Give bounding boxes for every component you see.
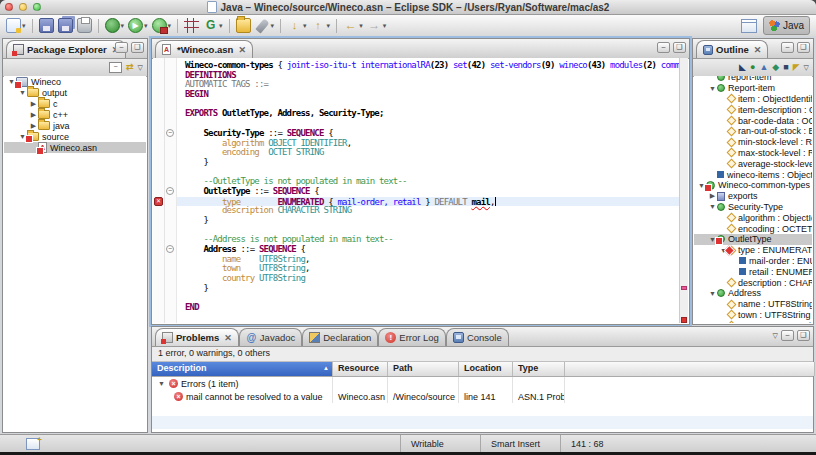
code-line[interactable] (177, 294, 679, 304)
tab-console[interactable]: Console (446, 328, 509, 346)
search-button[interactable]: ▾ (254, 17, 276, 35)
dropdown-arrow-icon[interactable]: ▾ (359, 22, 363, 30)
tree-item-retail-enumerat[interactable]: retail : ENUMERAT (694, 266, 812, 277)
view-menu-icon[interactable]: ▽ (773, 332, 778, 341)
next-annotation-button[interactable]: ▾ (286, 17, 308, 35)
error-marker-icon[interactable]: ✕ (154, 197, 163, 206)
table-row[interactable]: ▼×Errors (1 item) (152, 377, 813, 390)
column-header-type[interactable]: Type (513, 362, 565, 376)
close-icon[interactable]: ✕ (754, 45, 762, 55)
save-all-button[interactable] (57, 17, 74, 35)
code-line[interactable]: Wineco-common-types { joint-iso-itu-t in… (177, 61, 679, 71)
tree-item-name-utf8string[interactable]: name : UTF8String (694, 299, 812, 310)
filters-icon[interactable]: ◤ (793, 61, 800, 74)
tree-item-country-utf8string[interactable]: country : UTF8String (694, 320, 812, 323)
error-overview-badge[interactable] (681, 317, 687, 323)
maximize-view-button[interactable]: ❑ (797, 42, 810, 53)
tree-item-mail-order-enu[interactable]: mail-order : ENU (694, 256, 812, 267)
tree-item-max-stock-level-re[interactable]: max-stock-level : RE (694, 148, 812, 159)
tree-item-description-chara[interactable]: description : CHARA (694, 277, 812, 288)
column-header-path[interactable]: Path (388, 362, 459, 376)
tab-wineco-asn[interactable]: *Wineco.asn✕ (155, 40, 253, 58)
tab-error-log[interactable]: !Error Log (378, 328, 446, 346)
fold-collapse-icon[interactable]: − (166, 129, 174, 137)
close-icon[interactable]: ✕ (238, 45, 246, 55)
hide-fields-icon[interactable]: ▲ (759, 61, 768, 74)
expanded-arrow-icon[interactable]: ▼ (157, 380, 166, 387)
expanded-arrow-icon[interactable]: ▼ (708, 290, 717, 297)
collapsed-arrow-icon[interactable]: ▶ (29, 100, 38, 108)
hide-non-public-icon[interactable]: ● (750, 61, 755, 74)
collapsed-arrow-icon[interactable]: ▶ (29, 122, 38, 130)
dropdown-arrow-icon[interactable]: ▾ (22, 22, 26, 30)
table-row[interactable]: ×mail cannot be resolved to a valueWinec… (152, 390, 813, 403)
tree-item-c[interactable]: ▶c (4, 98, 146, 109)
column-header-resource[interactable]: Resource (333, 362, 388, 376)
tree-item-report-item[interactable]: report-item (694, 76, 812, 83)
tree-item-min-stock-level-re[interactable]: min-stock-level : RE (694, 137, 812, 148)
tab-package-explorer[interactable]: Package Explorer✕ (6, 40, 126, 58)
fast-view-icon[interactable] (26, 438, 40, 450)
hide-local-icon[interactable]: ■ (783, 61, 788, 74)
tree-item-type-enumerated[interactable]: ▼type : ENUMERATED (694, 245, 812, 256)
tree-item-exports[interactable]: ▶exports (694, 191, 812, 202)
forward-history-button[interactable]: ▾ (366, 17, 388, 35)
save-button[interactable] (38, 17, 55, 35)
generate-button[interactable]: G▾ (202, 17, 224, 35)
dropdown-arrow-icon[interactable]: ▾ (219, 22, 223, 30)
tree-item-wineco-items-objectid[interactable]: wineco-items : ObjectId (694, 169, 812, 180)
collapsed-arrow-icon[interactable]: ▶ (708, 192, 717, 200)
open-folder-button[interactable] (235, 17, 252, 35)
column-header-location[interactable]: Location (459, 362, 513, 376)
code-line[interactable]: END (177, 303, 679, 313)
dropdown-arrow-icon[interactable]: ▾ (271, 22, 275, 30)
code-line[interactable]: } (177, 284, 679, 294)
dropdown-arrow-icon[interactable]: ▾ (168, 22, 172, 30)
run-button[interactable]: ▶▾ (127, 17, 149, 35)
external-tools-button[interactable]: ▾ (151, 17, 173, 35)
fold-collapse-icon[interactable]: − (166, 245, 174, 253)
code-area[interactable]: Wineco-common-types { joint-iso-itu-t in… (177, 58, 679, 323)
tree-item-item-objectidentifie[interactable]: item : ObjectIdentifie (694, 94, 812, 105)
dropdown-arrow-icon[interactable]: ▾ (327, 22, 331, 30)
tree-item-outlettype[interactable]: ▼OutletType (694, 234, 812, 245)
expanded-arrow-icon[interactable]: ▼ (708, 203, 717, 210)
code-line[interactable]: OutletType ::= SEQUENCE { (177, 187, 679, 197)
code-line[interactable]: country UTF8String (177, 274, 679, 284)
minimize-view-button[interactable]: – (781, 42, 794, 53)
tree-item-encoding-octet-st[interactable]: encoding : OCTET ST (694, 223, 812, 234)
tree-item-c-[interactable]: ▶c++ (4, 109, 146, 120)
sort-icon[interactable]: ◣ (739, 61, 746, 74)
open-perspective-icon[interactable] (741, 19, 757, 33)
perspective-button-java[interactable]: Java (763, 16, 810, 35)
title-bar[interactable]: Java – Wineco/source/Wineco.asn – Eclips… (0, 0, 816, 15)
code-line[interactable]: } (177, 216, 679, 226)
dropdown-arrow-icon[interactable]: ▾ (383, 22, 387, 30)
expanded-arrow-icon[interactable]: ▼ (18, 89, 27, 96)
tree-item-output[interactable]: ▼output (4, 87, 146, 98)
tab-outline[interactable]: Outline✕ (696, 40, 768, 58)
debug-button[interactable]: ▾ (104, 17, 126, 35)
error-overview-marker[interactable] (681, 286, 687, 290)
tree-item-wineco-asn[interactable]: Wineco.asn (4, 142, 146, 153)
dropdown-arrow-icon[interactable]: ▾ (144, 22, 148, 30)
code-line[interactable]: } (177, 158, 679, 168)
tree-item-security-type[interactable]: ▼Security-Type (694, 202, 812, 213)
tree-item-ran-out-of-stock-b[interactable]: ran-out-of-stock : B (694, 126, 812, 137)
tab-problems[interactable]: Problems✕ (155, 328, 239, 346)
tree-item-address[interactable]: ▼Address (694, 288, 812, 299)
link-with-editor-icon[interactable]: ⇄ (126, 61, 134, 74)
collapse-all-icon[interactable]: − (109, 62, 122, 73)
tree-item-java[interactable]: ▶java (4, 120, 146, 131)
code-line[interactable]: description CHARACTER STRING (177, 206, 679, 216)
tree-item-bar-code-data-oct[interactable]: bar-code-data : OCT (694, 115, 812, 126)
expanded-arrow-icon[interactable]: ▼ (708, 85, 717, 92)
tree-item-report-item[interactable]: ▼Report-item (694, 83, 812, 94)
dropdown-arrow-icon[interactable]: ▾ (121, 22, 125, 30)
tree-item-wineco-common-types[interactable]: ▼Wineco-common-types (694, 180, 812, 191)
hide-static-icon[interactable]: ◆ (772, 61, 779, 74)
java-grid-button[interactable] (183, 17, 200, 35)
prev-annotation-button[interactable]: ▾ (310, 17, 332, 35)
tree-item-wineco[interactable]: ▼Wineco (4, 76, 146, 87)
code-line[interactable]: encoding OCTET STRING (177, 148, 679, 158)
